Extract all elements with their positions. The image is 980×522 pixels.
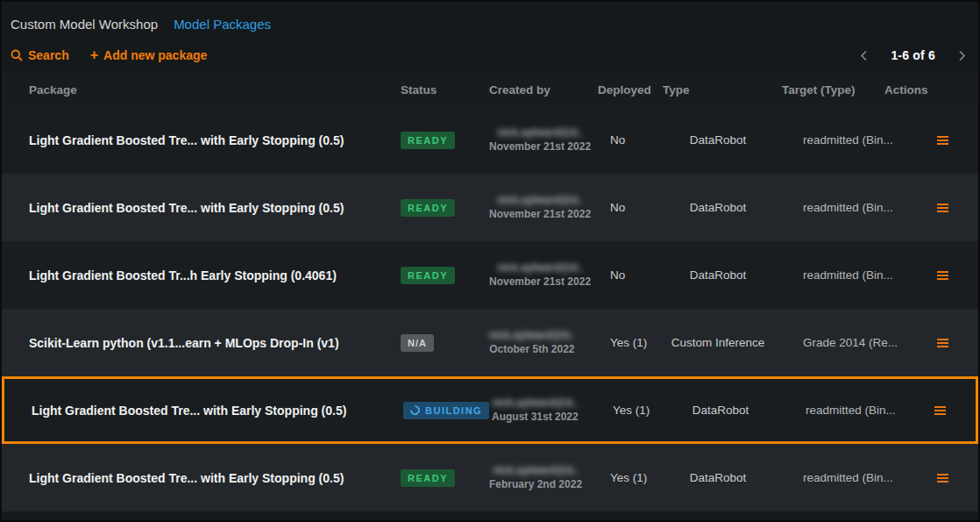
- chevron-right-icon: [958, 50, 966, 61]
- row-actions-menu-icon[interactable]: [935, 267, 950, 284]
- row-actions-menu-icon[interactable]: [935, 334, 950, 352]
- status-badge-label: READY: [408, 135, 448, 146]
- created-by-block: nick.aylward@d..August 31st 2022: [492, 397, 579, 424]
- created-by-name: nick.aylward@d..: [489, 464, 582, 477]
- status-badge: READY: [401, 267, 455, 284]
- created-by-cell: nick.aylward@d..February 2nd 2022: [489, 464, 598, 491]
- type-cell: DataRobot: [663, 268, 782, 282]
- actions-cell: [887, 402, 976, 419]
- actions-cell: [884, 469, 978, 487]
- created-date: November 21st 2022: [489, 207, 591, 221]
- type-cell: DataRobot: [663, 201, 782, 214]
- column-header-target-type: Target (Type): [782, 83, 884, 97]
- row-actions-menu-icon[interactable]: [935, 132, 950, 149]
- deployed-cell: No: [598, 133, 663, 147]
- add-new-package-button[interactable]: + Add new package: [90, 48, 208, 62]
- column-header-created-by: Created by: [489, 83, 598, 97]
- package-cell: Light Gradient Boosted Tre... with Early…: [4, 404, 403, 418]
- column-header-deployed: Deployed: [598, 83, 663, 97]
- created-by-block: nick.aylward@d..November 21st 2022: [489, 261, 591, 289]
- created-by-name: nick.aylward@d..: [489, 126, 591, 139]
- created-by-name: nick.aylward@d..: [492, 397, 579, 410]
- deployed-cell: Yes (1): [598, 471, 663, 484]
- status-cell: READY: [401, 132, 489, 149]
- type-cell: DataRobot: [663, 471, 782, 484]
- package-name: Scikit-Learn python (v1.1...earn + MLOps…: [29, 336, 339, 350]
- created-date: August 31st 2022: [492, 410, 579, 424]
- pagination-range-label: 1-6 of 6: [891, 48, 935, 62]
- target-type-cell: readmitted (Bin...: [785, 404, 887, 417]
- created-by-block: nick.aylward@d..November 21st 2022: [489, 126, 591, 154]
- column-header-actions: Actions: [884, 83, 978, 97]
- package-cell: Light Gradient Boosted Tre... with Early…: [2, 133, 401, 147]
- deployed-cell: Yes (1): [598, 336, 663, 349]
- status-badge-label: BUILDING: [425, 405, 482, 416]
- target-type-cell: readmitted (Bin...: [782, 201, 884, 214]
- status-badge: N/A: [401, 334, 434, 352]
- toolbar: Search + Add new package 1-6 of 6: [2, 38, 978, 73]
- table-header-row: Package Status Created by Deployed Type …: [2, 73, 978, 106]
- created-by-name: nick.aylward@d..: [489, 194, 591, 207]
- status-badge-label: READY: [408, 203, 448, 213]
- status-cell: READY: [401, 267, 489, 284]
- created-by-block: nick.aylward@d..November 21st 2022: [489, 194, 591, 221]
- table-row[interactable]: Light Gradient Boosted Tre... with Early…: [2, 376, 978, 444]
- table-row[interactable]: Light Gradient Boosted Tr...h Early Stop…: [2, 241, 978, 309]
- search-icon: [11, 49, 23, 61]
- created-by-cell: nick.aylward@d..November 21st 2022: [489, 194, 598, 221]
- created-by-cell: nick.aylward@d..October 5th 2022: [489, 329, 598, 356]
- pagination-prev-button[interactable]: [858, 48, 870, 63]
- pagination-next-button[interactable]: [956, 48, 968, 63]
- row-actions-menu-icon[interactable]: [935, 469, 950, 487]
- table-body: Light Gradient Boosted Tre... with Early…: [2, 106, 978, 511]
- row-actions-menu-icon[interactable]: [935, 199, 950, 217]
- pagination: 1-6 of 6: [858, 48, 968, 63]
- status-cell: READY: [401, 199, 489, 217]
- created-date: February 2nd 2022: [489, 477, 582, 491]
- search-button-label: Search: [28, 48, 69, 62]
- deployed-cell: No: [598, 268, 663, 282]
- status-cell: READY: [401, 469, 489, 487]
- package-cell: Light Gradient Boosted Tre... with Early…: [2, 471, 401, 485]
- status-badge: READY: [401, 469, 455, 487]
- status-badge: BUILDING: [403, 402, 489, 419]
- deployed-cell: No: [598, 201, 663, 214]
- table-row[interactable]: Light Gradient Boosted Tre... with Early…: [2, 174, 978, 241]
- package-name: Light Gradient Boosted Tre... with Early…: [29, 471, 344, 485]
- column-header-status: Status: [401, 83, 489, 97]
- created-by-cell: nick.aylward@d..August 31st 2022: [492, 397, 600, 424]
- status-badge-label: N/A: [408, 338, 427, 348]
- target-type-cell: Grade 2014 (Re...: [782, 336, 884, 349]
- breadcrumb[interactable]: Custom Model Workshop: [11, 17, 158, 32]
- type-cell: DataRobot: [663, 133, 782, 147]
- column-header-type: Type: [663, 83, 782, 97]
- table-row[interactable]: Light Gradient Boosted Tre... with Early…: [2, 444, 978, 511]
- target-type-cell: readmitted (Bin...: [782, 133, 884, 147]
- tab-model-packages[interactable]: Model Packages: [174, 17, 271, 32]
- created-by-cell: nick.aylward@d..November 21st 2022: [489, 261, 598, 289]
- created-by-cell: nick.aylward@d..November 21st 2022: [489, 126, 598, 154]
- actions-cell: [884, 334, 978, 352]
- type-cell: Custom Inference: [663, 336, 782, 349]
- created-by-block: nick.aylward@d..February 2nd 2022: [489, 464, 582, 491]
- row-actions-menu-icon[interactable]: [933, 402, 948, 419]
- search-button[interactable]: Search: [11, 48, 69, 62]
- package-name: Light Gradient Boosted Tre... with Early…: [29, 201, 344, 215]
- package-cell: Light Gradient Boosted Tre... with Early…: [2, 201, 401, 215]
- status-cell: N/A: [401, 334, 489, 352]
- created-date: November 21st 2022: [489, 139, 591, 154]
- created-by-name: nick.aylward@d..: [489, 261, 591, 275]
- package-name: Light Gradient Boosted Tre... with Early…: [32, 404, 346, 418]
- topbar: Custom Model Workshop Model Packages: [2, 2, 978, 35]
- created-by-name: nick.aylward@d..: [489, 329, 575, 342]
- package-cell: Scikit-Learn python (v1.1...earn + MLOps…: [2, 336, 401, 350]
- status-badge-label: READY: [408, 473, 448, 483]
- table-row[interactable]: Scikit-Learn python (v1.1...earn + MLOps…: [2, 309, 978, 376]
- add-new-package-label: Add new package: [103, 48, 207, 62]
- created-date: October 5th 2022: [489, 342, 575, 356]
- package-cell: Light Gradient Boosted Tr...h Early Stop…: [2, 268, 401, 282]
- package-name: Light Gradient Boosted Tre... with Early…: [29, 133, 344, 147]
- table-row[interactable]: Light Gradient Boosted Tre... with Early…: [2, 106, 978, 174]
- status-badge-label: READY: [408, 270, 448, 281]
- package-name: Light Gradient Boosted Tr...h Early Stop…: [29, 268, 337, 282]
